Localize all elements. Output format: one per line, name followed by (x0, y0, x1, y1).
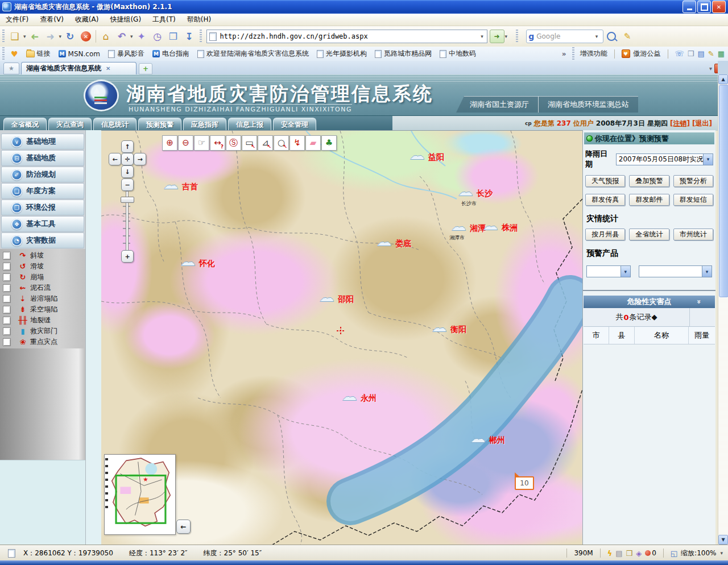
city-label[interactable]: ☁☁怀化 (199, 259, 215, 269)
maxthon-charity-button[interactable]: 傲游公益 (634, 49, 661, 59)
panel-button[interactable]: 按月州县 (585, 229, 625, 240)
layer-checkbox[interactable] (3, 284, 11, 292)
search-button[interactable] (603, 28, 619, 44)
bookmark-photo-agency[interactable]: 光年摄影机构 (313, 48, 371, 60)
zoom-in-slider-button[interactable]: + (121, 250, 134, 263)
undo-caret[interactable]: ▾ (130, 34, 133, 39)
search-engine-dropdown[interactable]: ▾ (592, 30, 601, 43)
new-page-caret[interactable]: ▾ (23, 34, 26, 39)
maximize-button[interactable] (697, 1, 711, 13)
notes-icon[interactable]: ▤ (698, 49, 705, 58)
zoom-out-slider-button[interactable]: − (121, 178, 134, 191)
panel-button[interactable]: 全省统计 (629, 229, 669, 240)
bookmark-city-boutique[interactable]: 觅路城市精品网 (371, 48, 436, 60)
favorites-button[interactable]: ♥ (7, 48, 22, 60)
window-titlebar[interactable]: 湖南省地质灾害信息系统 - 傲游(Maxthon) 2.1.1 ✕ (0, 0, 728, 14)
city-label[interactable]: ☁☁郴州 (489, 435, 505, 446)
resize-icon[interactable]: ◱ (671, 549, 677, 558)
enhance-features-button[interactable]: 增强功能 (580, 49, 607, 59)
pan-center-button[interactable]: ✛ (121, 153, 134, 165)
rect-select-button[interactable]: ▭ ↖ (242, 135, 257, 151)
menu-item[interactable]: 收藏(A) (69, 14, 105, 26)
exit-link[interactable]: [退出] (692, 119, 712, 128)
bookmark-zhongdi-digital[interactable]: 中地数码 (436, 48, 480, 60)
panel-button[interactable]: 群发传真 (585, 194, 625, 206)
warning-product-select-2[interactable] (639, 265, 712, 277)
pan-button[interactable]: ☞ (194, 135, 209, 151)
pan-up-button[interactable]: ↑ (121, 140, 134, 153)
bookmarks-grip[interactable] (2, 47, 5, 61)
history-caret[interactable]: ▾ (59, 34, 62, 39)
layer-checkbox[interactable] (3, 273, 11, 281)
city-label[interactable]: ☁☁吉首 (182, 182, 198, 192)
city-label[interactable]: ☁☁邵阳 (338, 294, 354, 305)
messenger-icon[interactable]: ☏ (675, 49, 684, 58)
polygon-select-button[interactable]: ⊿ ↖ (258, 135, 273, 151)
browser-scrollbar[interactable]: ▲ ▼ (718, 74, 728, 545)
danger-points-header[interactable]: 危险性灾害点 » (584, 296, 715, 308)
scrollbar-down-button[interactable]: ▼ (718, 535, 728, 545)
nav-tab[interactable]: 灾点查询 (48, 118, 92, 131)
new-tab-button[interactable]: + (139, 63, 152, 74)
tab-active[interactable]: 湖南省地质灾害信息系统 ✕ (21, 62, 136, 74)
magic-wand-button[interactable]: ✦ (134, 28, 150, 44)
window-panels-button[interactable]: ❒ (166, 28, 181, 44)
go-button[interactable]: ➜ (490, 30, 504, 43)
menu-item[interactable]: 文件(F) (0, 14, 34, 26)
home-button[interactable]: ⌂ (98, 28, 114, 44)
header-link[interactable]: 湖南省国土资源厅 (456, 96, 538, 113)
warning-flag-marker[interactable]: 10 (515, 476, 534, 490)
nav-tab[interactable]: 信息统计 (93, 118, 136, 131)
search-box[interactable]: g Google ▾ (526, 30, 603, 43)
panel-button[interactable]: 天气预报 (585, 175, 625, 187)
circle-select-button[interactable]: ○ ↖ (274, 135, 289, 151)
sidebar-item-annual-plan[interactable]: ❏ 年度方案 (1, 183, 84, 199)
pen-icon[interactable]: ✎ (708, 49, 714, 58)
layer-checkbox[interactable] (3, 263, 11, 271)
menu-item[interactable]: 工具(T) (147, 14, 181, 26)
scrollbar-up-button[interactable]: ▲ (718, 74, 728, 84)
map-canvas[interactable]: ⊕ ⊖ ☞ ↔ ? Ⓢ ▭ ↖ ⊿ (101, 130, 582, 545)
window-icon[interactable]: ❒ (688, 49, 694, 58)
scrollbar-thumb[interactable] (719, 85, 728, 297)
pan-right-button[interactable]: → (134, 153, 146, 165)
forward-button[interactable]: ➜ (43, 28, 59, 44)
minimap-collapse-button[interactable]: ← (176, 520, 191, 534)
tab-list-button[interactable]: ▾ (709, 65, 712, 72)
collapse-chevron-icon[interactable]: » (695, 300, 703, 304)
bookmark-msn[interactable]: MSN.com (55, 49, 104, 59)
bookmark-hunan-geo-system[interactable]: 欢迎登陆湖南省地质灾害信息系统 (193, 48, 313, 60)
layer-checkbox[interactable] (3, 338, 11, 346)
undo-button[interactable]: ↶ (114, 28, 130, 44)
panel-button[interactable]: 群发短信 (673, 194, 713, 206)
blocked-popups-indicator[interactable]: 0 (645, 549, 656, 557)
minimize-button[interactable] (682, 1, 696, 13)
sidebar-star-button[interactable]: ★ (3, 63, 19, 74)
back-button[interactable]: ➜ (27, 28, 43, 44)
boost-icon[interactable]: ϟ (607, 549, 613, 558)
panel-button[interactable]: 群发邮件 (629, 194, 669, 206)
city-label[interactable]: ☁☁益阳 (428, 152, 444, 163)
panel-button[interactable]: 叠加预警 (629, 175, 669, 187)
zoom-in-button[interactable]: ⊕ (162, 135, 177, 151)
panel-button[interactable]: 预警分析 (673, 175, 713, 187)
layer-checkbox[interactable] (3, 295, 11, 303)
tab-close-icon[interactable]: ✕ (106, 65, 110, 72)
warning-product-select-1[interactable] (586, 265, 631, 277)
menu-item[interactable]: 查看(V) (34, 14, 69, 26)
pan-left-button[interactable]: ← (109, 153, 121, 165)
layer-tree-button[interactable]: ♣ (321, 135, 337, 151)
zoom-out-button[interactable]: ⊖ (178, 135, 193, 151)
nav-tab[interactable]: 预测预警 (138, 118, 181, 131)
city-label[interactable]: ☁☁株洲 (502, 223, 518, 233)
url-input[interactable] (219, 32, 478, 41)
toolbar-grip[interactable] (516, 30, 518, 43)
sidebar-item-basic-tools[interactable]: ❖ 基本工具 (1, 216, 84, 232)
bookmarks-overflow-button[interactable]: » (562, 50, 566, 58)
sidebar-item-disaster-data[interactable]: ◔ 灾害数据 (1, 232, 84, 248)
pan-down-button[interactable]: ↓ (121, 165, 134, 178)
go-caret[interactable]: ▾ (505, 34, 508, 39)
plugin-icon[interactable]: ◈ (636, 549, 642, 558)
close-button[interactable]: ✕ (712, 1, 726, 13)
nav-tab[interactable]: 安全管理 (273, 118, 316, 131)
